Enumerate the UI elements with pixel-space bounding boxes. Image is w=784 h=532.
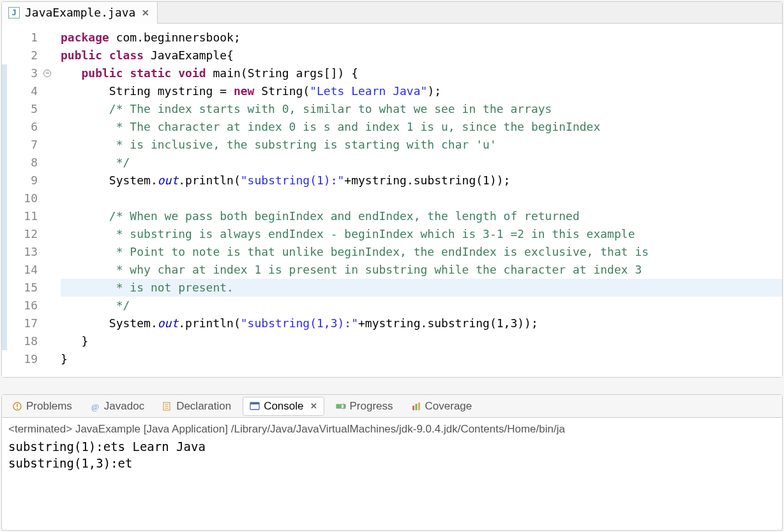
code-line[interactable]: System.out.println("substring(1):"+mystr… [61,172,782,189]
svg-rect-14 [415,404,417,410]
views-tab-bar: Problems@JavadocDeclarationConsole✕Progr… [2,395,782,418]
problems-icon [12,401,22,411]
declaration-icon [162,401,172,411]
line-number: 4 [7,82,38,100]
fold-column: − [44,29,53,368]
view-tab-progress[interactable]: Progress [329,397,400,415]
editor-panel: J JavaExample.java ✕ 1234567891011121314… [1,1,783,378]
view-tab-declaration[interactable]: Declaration [156,397,237,415]
editor-tab-javaexample[interactable]: J JavaExample.java ✕ [2,2,158,24]
coverage-icon [411,401,421,411]
fold-toggle-icon[interactable]: − [43,70,51,77]
marker-bar [2,29,7,368]
line-number: 15 [7,279,38,297]
console-line: substring(1,3):et [8,455,776,471]
line-number: 2 [7,47,38,64]
code-line[interactable]: * is not present. [61,279,782,297]
line-number: 1 [7,29,38,47]
fold-cell [44,225,53,243]
marker-cell [2,136,7,154]
line-number: 11 [7,207,38,225]
fold-cell [44,29,53,47]
svg-text:@: @ [91,402,99,411]
code-line[interactable]: } [61,332,782,350]
line-number: 6 [7,118,38,136]
fold-cell [44,207,53,225]
marker-cell [2,225,7,243]
fold-cell: − [44,64,53,82]
code-line[interactable]: public static void main(String args[]) { [61,64,782,82]
code-line[interactable]: String mystring = new String("Lets Learn… [61,82,782,100]
marker-cell [2,118,7,136]
code-line[interactable]: public class JavaExample{ [61,47,782,64]
line-number: 10 [7,189,38,207]
view-tab-label: Javadoc [104,400,144,413]
marker-cell [2,29,7,47]
code-line[interactable]: /* When we pass both beginIndex and endI… [61,207,782,225]
console-line: substring(1):ets Learn Java [8,438,776,455]
marker-cell [2,243,7,261]
java-file-icon: J [8,7,20,18]
fold-cell [44,297,53,314]
fold-cell [44,314,53,332]
code-line[interactable]: * is inclusive, the substring is startin… [61,136,782,154]
fold-cell [44,172,53,189]
fold-cell [44,47,53,64]
line-number: 19 [7,350,38,368]
view-tab-console[interactable]: Console✕ [243,397,324,416]
fold-cell [44,118,53,136]
code-body[interactable]: package com.beginnersbook;public class J… [53,29,782,368]
code-line[interactable]: */ [61,297,782,314]
view-tab-javadoc[interactable]: @Javadoc [84,397,151,415]
views-panel: Problems@JavadocDeclarationConsole✕Progr… [1,394,783,531]
close-icon[interactable]: ✕ [140,8,151,18]
view-tab-label: Declaration [176,400,231,413]
fold-cell [44,243,53,261]
code-line[interactable] [61,189,782,207]
marker-cell [2,350,7,368]
svg-rect-1 [17,404,18,407]
editor-tab-bar: J JavaExample.java ✕ [2,2,782,24]
view-tab-problems[interactable]: Problems [6,397,79,415]
svg-rect-13 [412,406,414,410]
code-line[interactable]: * why char at index 1 is present in subs… [61,261,782,279]
console-output: substring(1):ets Learn Javasubstring(1,3… [8,438,776,471]
marker-cell [2,261,7,279]
code-line[interactable]: * The character at index 0 is s and inde… [61,118,782,136]
javadoc-icon: @ [90,401,100,411]
line-number-gutter: 12345678910111213141516171819 [7,29,44,368]
fold-cell [44,332,53,350]
marker-cell [2,207,7,225]
view-tab-label: Coverage [425,400,472,413]
marker-cell [2,279,7,297]
fold-cell [44,100,53,118]
code-area[interactable]: 12345678910111213141516171819 − package … [2,24,782,377]
marker-cell [2,154,7,172]
marker-cell [2,100,7,118]
marker-cell [2,47,7,64]
view-tab-coverage[interactable]: Coverage [405,397,479,415]
code-line[interactable]: package com.beginnersbook; [61,29,782,47]
marker-cell [2,64,7,82]
code-line[interactable]: * substring is always endIndex - beginIn… [61,225,782,243]
svg-rect-2 [17,408,18,409]
line-number: 3 [7,64,38,82]
code-line[interactable]: * Point to note is that unlike beginInde… [61,243,782,261]
marker-cell [2,314,7,332]
code-line[interactable]: System.out.println("substring(1,3):"+mys… [61,314,782,332]
code-line[interactable]: /* The index starts with 0, similar to w… [61,100,782,118]
svg-rect-9 [250,403,259,404]
fold-cell [44,189,53,207]
line-number: 16 [7,297,38,314]
console-status: <terminated> JavaExample [Java Applicati… [8,423,776,438]
fold-cell [44,261,53,279]
close-icon[interactable]: ✕ [310,401,317,411]
fold-cell [44,154,53,172]
line-number: 9 [7,172,38,189]
svg-rect-15 [418,403,420,410]
view-tab-label: Problems [26,400,72,413]
console-body: <terminated> JavaExample [Java Applicati… [2,418,782,477]
marker-cell [2,332,7,350]
code-line[interactable]: */ [61,154,782,172]
code-line[interactable]: } [61,350,782,368]
